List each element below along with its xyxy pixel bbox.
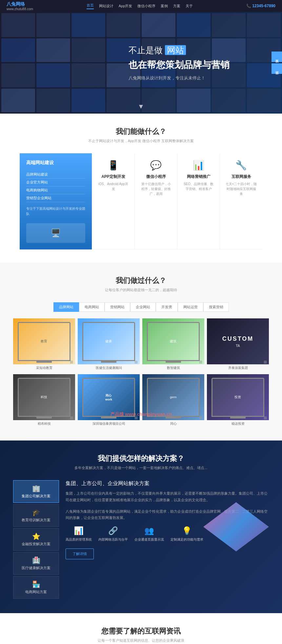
service-sidebar-item-4[interactable]: 营销型企业网站 (26, 194, 85, 202)
portfolio-share-icon: ⊞ (134, 416, 138, 420)
bg-cell (212, 89, 246, 113)
portfolio-label-6: 同心 (142, 420, 204, 427)
bg-cell (36, 63, 70, 87)
feature-icon-2: 👥 (134, 526, 164, 535)
hero-contact-btn[interactable]: 联系 (272, 52, 282, 62)
solution-sidebar-item-3[interactable]: 🏥 医疗健康解决方案 (13, 552, 59, 575)
hero-scroll-arrow: ▼ (138, 103, 144, 110)
solution-feature-1: 🔗 内部网络活跃与台平 (98, 526, 128, 542)
app-icon: 📱 (97, 160, 130, 171)
marketing-desc: SEO、品牌传播、数字营销、精准客户 (182, 182, 215, 191)
service-sidebar-desc: 专注于下面高端网站设计与开发的专业团队 (26, 206, 85, 217)
hero-title: 不止是做 网站 (129, 45, 230, 56)
services-title: 我们能做什么？ (20, 127, 262, 137)
bg-cell (71, 13, 105, 37)
news-subtitle: 让每一个客户知道互联网的信息、让您的企业乘风破浪 (20, 638, 262, 643)
service-sidebar-item-3[interactable]: 电商购物网站 (26, 186, 85, 194)
portfolio-item-6[interactable]: germ 同心 ⊞ (142, 374, 204, 427)
feature-icon-1: 🔗 (98, 526, 128, 535)
monitor-frame: 教育 (18, 322, 70, 361)
portfolio-item-3[interactable]: CUSTOM TA 齐泰涂装集团 ⊞ (207, 318, 269, 372)
solution-icon-4: 🏪 (32, 580, 40, 588)
marketing-title: 网络营销推广 (182, 174, 215, 180)
bg-cell (177, 89, 211, 113)
wechat-icon: 💬 (140, 160, 172, 171)
wechat-title: 微信小程序 (140, 174, 172, 180)
portfolio-tab-2[interactable]: 营销网站 (105, 302, 130, 312)
portfolio-grid: 教育 采知动教育 ⊞ 健康 医健生活健康顾问 ⊞ 建筑 (13, 318, 269, 427)
portfolio-item-7[interactable]: 投资 稳达投资 ⊞ (207, 374, 269, 427)
nav-miniprogram[interactable]: 微信小程序 (137, 4, 155, 9)
portfolio-item-1[interactable]: 健康 医健生活健康顾问 ⊞ (78, 318, 140, 372)
hero-title-prefix: 不止是做 (129, 45, 163, 55)
portfolio-label-3: 齐泰涂装集团 (207, 364, 269, 372)
solutions-learn-more-btn[interactable]: 了解详情 (66, 548, 94, 559)
service-sidebar-item-1[interactable]: 品牌网站建设 (26, 171, 85, 179)
portfolio-tab-0[interactable]: 品牌网站 (53, 302, 79, 312)
monitor-frame: germ (147, 378, 200, 417)
portfolio-item-2[interactable]: 建筑 数智建筑 ⊞ (142, 318, 204, 372)
solution-label-0: 集团公司解决方案 (22, 494, 50, 499)
internet-icon: 🔧 (225, 160, 257, 171)
portfolio-tab-4[interactable]: 开发类 (156, 302, 178, 312)
solution-sidebar-item-1[interactable]: 🎓 教育培训解决方案 (13, 504, 59, 527)
service-item-app: 📱 APP定制开发 iOS、Android App开发 (92, 153, 134, 249)
monitor-frame: 建筑 (147, 322, 200, 361)
wechat-desc: 第十亿微信用户，小程序，轻量级、好推广，易用 (140, 182, 172, 196)
solution-feature-3: 💡 定制满足的功能与需求 (171, 526, 203, 542)
solution-label-4: 电商网站方案 (25, 590, 47, 594)
portfolio-title: 我们做过什么？ (13, 276, 269, 286)
portfolio-share-icon: ⊞ (199, 360, 202, 364)
service-items-grid: 📱 APP定制开发 iOS、Android App开发 💬 微信小程序 第十亿微… (92, 153, 262, 249)
service-sidebar-item-2[interactable]: 企业官方网站 (26, 179, 85, 186)
monitor-frame: 同心work (82, 378, 135, 417)
bg-cell (142, 89, 175, 113)
bg-cell (36, 89, 70, 113)
app-desc: iOS、Android App开发 (97, 182, 130, 191)
service-sidebar-title: 高端网站建设 (26, 160, 85, 166)
nav-design[interactable]: 网站设计 (99, 4, 113, 9)
service-item-wechat: 💬 微信小程序 第十亿微信用户，小程序，轻量级、好推广，易用 (134, 153, 177, 249)
portfolio-tab-1[interactable]: 电商网站 (79, 302, 105, 312)
site-logo: 八兔网络 (7, 1, 33, 7)
portfolio-tab-5[interactable]: 网站运营 (178, 302, 203, 312)
phone-number: 📞 12345-67890 (246, 4, 275, 8)
monitor-frame: 投资 (212, 378, 264, 417)
nav-solutions[interactable]: 方案 (173, 4, 180, 9)
solution-icon-2: ⭐ (32, 532, 40, 540)
solutions-sidebar: 🏢 集团公司解决方案 🎓 教育培训解决方案 ⭐ 金融投资解决方案 🏥 医疗健康解… (13, 480, 59, 600)
portfolio-label-0: 采知动教育 (13, 364, 75, 372)
portfolio-tab-3[interactable]: 企业网站 (130, 302, 156, 312)
solution-sidebar-item-4[interactable]: 🏪 电商网站方案 (13, 576, 59, 599)
nav-app[interactable]: App开发 (119, 4, 132, 9)
bg-cell (247, 13, 281, 37)
portfolio-share-icon: ⊞ (70, 360, 73, 364)
nav-cases[interactable]: 案例 (161, 4, 168, 9)
custom-text: CUSTOM TA (222, 335, 254, 348)
portfolio-share-icon: ⊞ (264, 360, 267, 364)
service-item-marketing: 📊 网络营销推广 SEO、品牌传播、数字营销、精准客户 (177, 153, 220, 249)
app-title: APP定制开发 (97, 174, 130, 180)
nav-home[interactable]: 首页 (87, 3, 94, 9)
portfolio-item-5[interactable]: 同心work 深圳瑞信泰房项目公司 ⊞ (78, 374, 140, 427)
bg-cell (36, 13, 70, 37)
solution-sidebar-item-2[interactable]: ⭐ 金融投资解决方案 (13, 528, 59, 551)
bg-cell (1, 13, 35, 37)
solution-icon-1: 🎓 (32, 508, 40, 516)
portfolio-item-0[interactable]: 教育 采知动教育 ⊞ (13, 318, 75, 372)
bg-cell (1, 38, 35, 62)
feature-icon-0: 📊 (66, 526, 92, 535)
internet-desc: 七天×二十四小时，随时随地响应互联网服务 (225, 182, 257, 196)
hero-top-btn[interactable]: 顶部 (272, 63, 282, 74)
solution-label-2: 金融投资解决方案 (22, 542, 50, 547)
solution-label-3: 医疗健康解决方案 (22, 566, 50, 570)
portfolio-tab-6[interactable]: 搜索营销 (203, 302, 229, 312)
portfolio-label-2: 数智建筑 (142, 364, 204, 372)
portfolio-tabs: 品牌网站 电商网站 营销网站 企业网站 开发类 网站运营 搜索营销 (13, 302, 269, 312)
solution-sidebar-item-0[interactable]: 🏢 集团公司解决方案 (13, 480, 59, 503)
service-sidebar: 高端网站建设 品牌网站建设 企业官方网站 电商购物网站 营销型企业网站 专注于下… (20, 153, 92, 249)
portfolio-item-4[interactable]: 科技 稻布科技 ⊞ (13, 374, 75, 427)
solution-label-1: 教育培训解决方案 (22, 518, 50, 523)
diamond-shape (203, 502, 269, 551)
nav-about[interactable]: 关于 (186, 4, 193, 9)
